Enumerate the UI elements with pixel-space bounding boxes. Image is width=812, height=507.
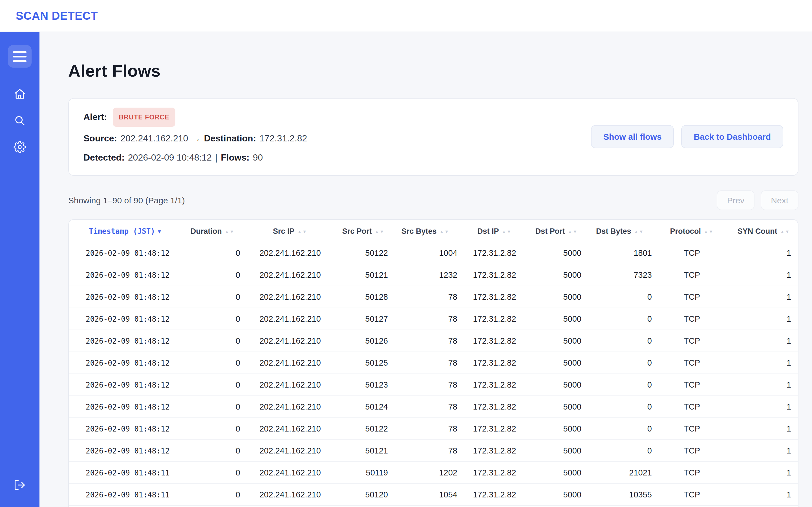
cell-dst_ip: 172.31.2.82 [461,352,528,374]
column-header-src_bytes[interactable]: Src Bytes▲▼ [390,220,461,242]
cell-src_ip: 202.241.162.210 [244,418,337,440]
source-destination-line: Source: 202.241.162.210 → Destination: 1… [84,131,310,146]
cell-dst_bytes: 0 [585,418,655,440]
search-nav-button[interactable] [12,113,27,128]
prev-page-button[interactable]: Prev [717,190,755,210]
table-row: 2026-02-09 01:48:110202.241.162.21050120… [69,484,799,506]
table-row: 2026-02-09 01:48:120202.241.162.21050127… [69,308,799,330]
cell-syn_count: 1 [728,242,799,264]
cell-src_bytes: 1054 [390,484,461,506]
column-header-src_port[interactable]: Src Port▲▼ [337,220,390,242]
column-header-protocol[interactable]: Protocol▲▼ [655,220,728,242]
sort-desc-icon: ▼ [158,229,161,234]
column-header-timestamp[interactable]: Timestamp (JST)▼ [69,220,182,242]
cell-timestamp: 2026-02-09 01:48:11 [69,462,182,484]
cell-dst_port: 5000 [528,352,585,374]
cell-src_port: 50126 [337,330,390,352]
separator: | [215,151,217,165]
column-header-src_ip[interactable]: Src IP▲▼ [244,220,337,242]
cell-timestamp: 2026-02-09 01:48:12 [69,440,182,462]
column-header-dst_port[interactable]: Dst Port▲▼ [528,220,585,242]
table-row: 2026-02-09 01:48:120202.241.162.21050128… [69,286,799,308]
cell-src_ip: 202.241.162.210 [244,308,337,330]
cell-duration: 0 [182,286,244,308]
cell-protocol: TCP [655,440,728,462]
next-page-button[interactable]: Next [761,190,799,210]
flows-label: Flows: [221,151,249,165]
cell-dst_port: 5000 [528,374,585,396]
column-label: SYN Count [738,227,777,235]
cell-dst_ip: 172.31.2.82 [461,264,528,286]
pagination-bar: Showing 1–90 of 90 (Page 1/1) Prev Next [68,190,799,210]
cell-syn_count: 1 [728,484,799,506]
cell-src_ip: 202.241.162.210 [244,352,337,374]
settings-nav-button[interactable] [12,140,27,154]
alert-details: Alert: BRUTE FORCE Source: 202.241.162.2… [84,108,310,165]
cell-syn_count: 1 [728,440,799,462]
cell-src_bytes: 1202 [390,462,461,484]
cell-duration: 0 [182,330,244,352]
logout-button[interactable] [12,478,27,492]
sort-arrows-icon: ▲▼ [439,229,449,234]
source-label: Source: [84,131,117,146]
cell-dst_ip: 172.31.2.82 [461,286,528,308]
cell-src_bytes: 78 [390,396,461,418]
flows-table-body: 2026-02-09 01:48:120202.241.162.21050122… [69,242,799,507]
sort-arrows-icon: ▲▼ [375,229,385,234]
flows-table-head-row: Timestamp (JST)▼Duration▲▼Src IP▲▼Src Po… [69,220,799,242]
table-row: 2026-02-09 01:48:120202.241.162.21050124… [69,396,799,418]
back-to-dashboard-button[interactable]: Back to Dashboard [681,125,783,148]
cell-timestamp: 2026-02-09 01:48:12 [69,396,182,418]
menu-button[interactable] [8,45,32,68]
cell-dst_port: 5000 [528,330,585,352]
cell-dst_bytes: 7323 [585,506,655,507]
results-summary: Showing 1–90 of 90 (Page 1/1) [68,195,185,205]
cell-dst_bytes: 0 [585,330,655,352]
app-root: SCAN DETECT [0,0,812,507]
cell-dst_bytes: 21021 [585,462,655,484]
detected-value: 2026-02-09 10:48:12 [128,151,212,165]
cell-dst_bytes: 0 [585,352,655,374]
cell-duration: 0 [182,264,244,286]
cell-src_ip: 202.241.162.210 [244,484,337,506]
flows-table-card: Timestamp (JST)▼Duration▲▼Src IP▲▼Src Po… [68,219,799,507]
cell-src_bytes: 78 [390,440,461,462]
cell-dst_port: 5000 [528,264,585,286]
cell-src_port: 50122 [337,418,390,440]
app-brand[interactable]: SCAN DETECT [16,9,98,22]
cell-protocol: TCP [655,286,728,308]
cell-dst_ip: 172.31.2.82 [461,484,528,506]
column-label: Dst Bytes [596,227,631,235]
menu-icon [13,51,27,53]
table-row: 2026-02-09 01:48:120202.241.162.21050126… [69,330,799,352]
destination-ip: 172.31.2.82 [259,131,307,146]
cell-dst_bytes: 10355 [585,484,655,506]
cell-src_bytes: 1004 [390,242,461,264]
cell-src_port: 50123 [337,374,390,396]
cell-syn_count: 1 [728,330,799,352]
cell-duration: 0 [182,352,244,374]
table-row: 2026-02-09 01:48:120202.241.162.21050125… [69,352,799,374]
table-row: 2026-02-09 01:48:120202.241.162.21050121… [69,440,799,462]
column-label: Timestamp (JST) [89,227,155,235]
column-header-dst_ip[interactable]: Dst IP▲▼ [461,220,528,242]
column-label: Dst IP [477,227,499,235]
cell-syn_count: 1 [728,418,799,440]
cell-syn_count: 1 [728,374,799,396]
cell-syn_count: 1 [728,352,799,374]
source-ip: 202.241.162.210 [120,131,188,146]
cell-dst_ip: 172.31.2.82 [461,330,528,352]
destination-label: Destination: [204,131,256,146]
cell-src_ip: 202.241.162.210 [244,396,337,418]
column-header-dst_bytes[interactable]: Dst Bytes▲▼ [585,220,655,242]
column-header-syn_count[interactable]: SYN Count▲▼ [728,220,799,242]
cell-duration: 0 [182,242,244,264]
cell-dst_bytes: 7323 [585,264,655,286]
cell-dst_ip: 172.31.2.82 [461,462,528,484]
show-all-flows-button[interactable]: Show all flows [591,125,674,148]
home-nav-button[interactable] [12,87,27,101]
cell-timestamp: 2026-02-09 01:48:11 [69,506,182,507]
column-header-duration[interactable]: Duration▲▼ [182,220,244,242]
cell-protocol: TCP [655,396,728,418]
cell-duration: 0 [182,374,244,396]
